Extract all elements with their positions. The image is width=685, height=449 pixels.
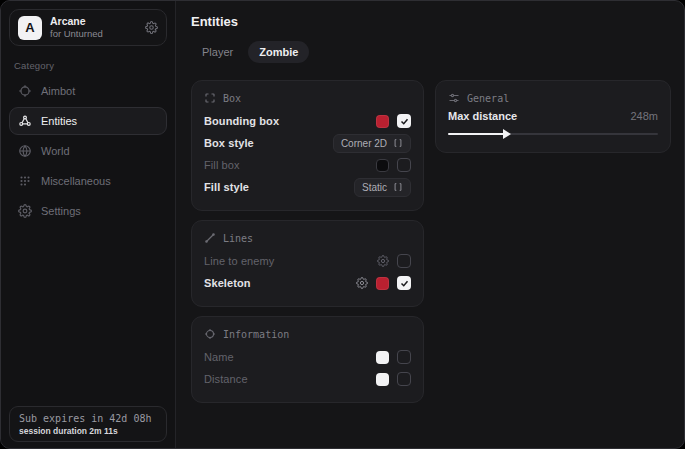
- panel-general: General Max distance 248m: [435, 80, 671, 153]
- globe-icon: [18, 144, 32, 158]
- checkbox-unchecked[interactable]: [397, 158, 411, 172]
- sidebar-item-label: Aimbot: [41, 85, 75, 97]
- sidebar-item-entities[interactable]: Entities: [9, 107, 167, 135]
- entities-icon: [18, 114, 32, 128]
- fill-style-select[interactable]: Static: [354, 178, 411, 197]
- setting-row-skeleton: Skeleton: [204, 272, 411, 294]
- box-style-select[interactable]: Corner 2D: [333, 134, 411, 153]
- checkbox-checked[interactable]: [397, 114, 411, 128]
- slider-label: Max distance: [448, 110, 517, 122]
- tab-player[interactable]: Player: [191, 41, 244, 63]
- grid-icon: [18, 174, 32, 188]
- sidebar-item-label: World: [41, 145, 70, 157]
- tab-zombie[interactable]: Zombie: [248, 41, 309, 63]
- checkbox-unchecked[interactable]: [397, 350, 411, 364]
- sidebar-item-label: Settings: [41, 205, 81, 217]
- panel-information: Information Name Distance: [191, 316, 424, 403]
- checkbox-checked[interactable]: [397, 276, 411, 290]
- setting-row-distance: Distance: [204, 368, 411, 390]
- setting-row-name: Name: [204, 346, 411, 368]
- color-swatch[interactable]: [376, 277, 389, 290]
- sidebar: A Arcane for Unturned Category Aimbot: [1, 1, 176, 448]
- category-label: Category: [14, 60, 167, 71]
- main-content: Entities Player Zombie Box Bounding box: [176, 1, 684, 448]
- sidebar-nav: Aimbot Entities World Miscellaneous: [9, 77, 167, 225]
- panel-title: Lines: [223, 233, 253, 244]
- setting-row-bounding-box: Bounding box: [204, 110, 411, 132]
- setting-row-fill-style: Fill style Static: [204, 176, 411, 198]
- sidebar-item-settings[interactable]: Settings: [9, 197, 167, 225]
- sub-expires-text: Sub expires in 42d 08h: [19, 413, 157, 424]
- brand-card: A Arcane for Unturned: [9, 9, 167, 46]
- panel-title: General: [467, 93, 509, 104]
- crosshair-icon: [18, 84, 32, 98]
- subscription-info-card: Sub expires in 42d 08h session duration …: [9, 406, 167, 442]
- color-swatch[interactable]: [376, 159, 389, 172]
- slider-fill: [448, 133, 505, 135]
- target-icon: [204, 328, 216, 340]
- option-gear-icon[interactable]: [377, 255, 389, 267]
- panel-box: Box Bounding box Box style: [191, 80, 424, 211]
- setting-row-box-style: Box style Corner 2D: [204, 132, 411, 154]
- panel-lines: Lines Line to enemy Skeleton: [191, 220, 424, 307]
- panel-title: Information: [223, 329, 289, 340]
- max-distance-slider[interactable]: [448, 128, 658, 140]
- option-gear-icon[interactable]: [356, 277, 368, 289]
- app-subtitle: for Unturned: [50, 29, 137, 39]
- box-corners-icon: [204, 92, 216, 104]
- gear-icon: [18, 204, 32, 218]
- selector-icon: [393, 182, 403, 192]
- sliders-icon: [448, 92, 460, 104]
- sidebar-item-label: Entities: [41, 115, 77, 127]
- slider-value: 248m: [630, 110, 658, 122]
- setting-row-fill-box: Fill box: [204, 154, 411, 176]
- panel-title: Box: [223, 93, 241, 104]
- checkbox-unchecked[interactable]: [397, 372, 411, 386]
- app-name: Arcane: [50, 16, 137, 28]
- color-swatch[interactable]: [376, 351, 389, 364]
- app-window: A Arcane for Unturned Category Aimbot: [0, 0, 685, 449]
- app-logo: A: [18, 16, 42, 40]
- color-swatch[interactable]: [376, 373, 389, 386]
- sidebar-item-aimbot[interactable]: Aimbot: [9, 77, 167, 105]
- checkbox-unchecked[interactable]: [397, 254, 411, 268]
- color-swatch[interactable]: [376, 115, 389, 128]
- setting-row-line-to-enemy: Line to enemy: [204, 250, 411, 272]
- gear-icon[interactable]: [145, 21, 158, 34]
- selector-icon: [393, 138, 403, 148]
- slider-thumb[interactable]: [503, 129, 511, 139]
- entity-tabs: Player Zombie: [191, 41, 671, 63]
- diagonal-line-icon: [204, 232, 216, 244]
- sidebar-item-world[interactable]: World: [9, 137, 167, 165]
- session-duration-text: session duration 2m 11s: [19, 426, 157, 436]
- max-distance-row: Max distance 248m: [448, 110, 658, 122]
- page-title: Entities: [191, 14, 671, 29]
- sidebar-item-miscellaneous[interactable]: Miscellaneous: [9, 167, 167, 195]
- sidebar-item-label: Miscellaneous: [41, 175, 111, 187]
